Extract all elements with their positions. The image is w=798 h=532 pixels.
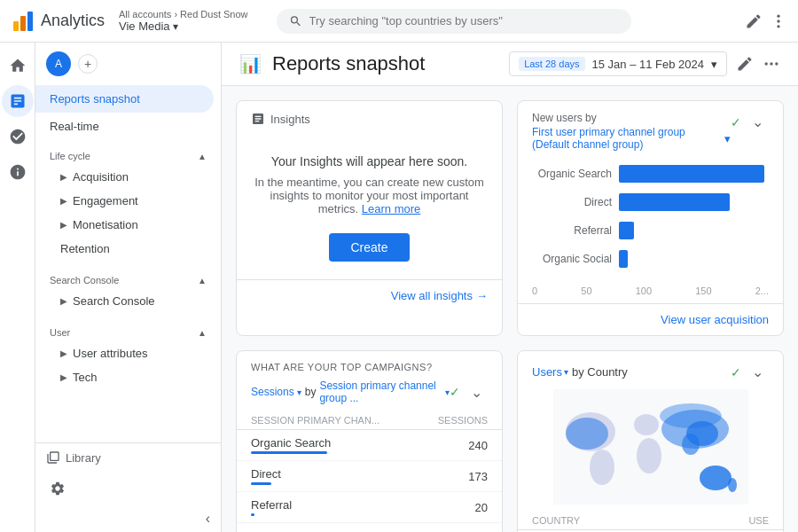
new-users-card-footer: View user acquisition xyxy=(518,303,783,335)
compare-icon[interactable] xyxy=(736,55,754,73)
sidebar-icon-panel xyxy=(0,43,35,532)
edit-icon[interactable] xyxy=(745,12,763,30)
nav-search-console[interactable]: ▶ Search Console xyxy=(35,289,221,313)
user-chevron: ▲ xyxy=(198,328,207,338)
bar-container xyxy=(619,193,769,211)
bar-row-organic-search: Organic Search xyxy=(532,165,769,183)
world-map xyxy=(553,389,748,505)
progress-bar xyxy=(251,482,271,485)
user-section-header[interactable]: User ▲ xyxy=(35,320,221,341)
search-bar[interactable] xyxy=(277,9,631,34)
analytics-logo-icon xyxy=(11,9,35,34)
nav-engagement[interactable]: ▶ Engagement xyxy=(35,189,221,213)
nav-monetisation[interactable]: ▶ Monetisation xyxy=(35,213,221,237)
bar-label: Referral xyxy=(532,224,612,237)
bar-fill xyxy=(619,165,764,183)
table-row: Referral 20 xyxy=(237,492,502,523)
nav-tech[interactable]: ▶ Tech xyxy=(35,365,221,389)
bar-fill xyxy=(619,250,628,268)
home-icon-btn[interactable] xyxy=(2,50,34,82)
realtime-label: Real-time xyxy=(50,120,99,133)
chevron-right-icon: ▶ xyxy=(60,172,67,182)
country-menu-button[interactable]: ⌄ xyxy=(747,362,769,382)
new-users-subtitle[interactable]: First user primary channel group (Defaul… xyxy=(532,126,731,151)
svg-point-5 xyxy=(777,25,779,27)
main-content: 📊 Reports snapshot Last 28 days 15 Jan –… xyxy=(222,43,798,532)
svg-rect-0 xyxy=(13,21,19,31)
sessions-chevron: ▾ xyxy=(297,387,301,397)
search-input[interactable] xyxy=(309,14,619,27)
date-range-selector[interactable]: Last 28 days 15 Jan – 11 Feb 2024 ▾ xyxy=(509,51,727,76)
settings-button[interactable] xyxy=(35,472,221,505)
users-label[interactable]: Users ▾ xyxy=(532,365,568,379)
users-by-country-card: Users ▾ by Country ✓ ⌄ xyxy=(517,350,784,532)
more-horiz-icon[interactable] xyxy=(763,55,780,73)
by-country-label: by Country xyxy=(572,365,628,379)
progress-bar xyxy=(251,451,327,454)
nav-acquisition[interactable]: ▶ Acquisition xyxy=(35,165,221,189)
library-link[interactable]: Library xyxy=(35,442,221,472)
chevron-right-icon-4: ▶ xyxy=(60,296,67,306)
nav-user-attributes[interactable]: ▶ User attributes xyxy=(35,341,221,365)
sidebar-nav: A + Reports snapshot Real-time Life cycl… xyxy=(35,43,222,532)
by-label: by xyxy=(305,386,317,398)
insights-card: Insights Your Insights will appear here … xyxy=(236,100,503,336)
view-all-insights-link[interactable]: View all insights → xyxy=(391,289,488,302)
date-badge: Last 28 days xyxy=(519,57,584,71)
nav-retention[interactable]: Retention xyxy=(35,237,221,261)
bar-row-referral: Referral xyxy=(532,222,769,239)
insights-icon xyxy=(251,112,265,126)
svg-point-11 xyxy=(590,450,614,485)
library-label: Library xyxy=(66,451,101,465)
nav-realtime[interactable]: Real-time xyxy=(35,113,214,140)
settings-icon xyxy=(50,481,66,497)
reports-snapshot-label: Reports snapshot xyxy=(50,92,140,106)
arrow-right-icon: → xyxy=(476,289,488,302)
country-col-header: COUNTRY USE xyxy=(518,512,783,530)
campaigns-menu-button[interactable]: ⌄ xyxy=(466,382,488,403)
search-console-section-label: Search Console xyxy=(50,275,119,286)
bar-label: Organic Search xyxy=(532,168,612,180)
table-row: Unassigned 10 xyxy=(237,523,502,532)
lifecycle-label: Life cycle xyxy=(50,151,90,161)
sessions-label[interactable]: Sessions ▾ xyxy=(251,386,301,398)
table-row: Direct 173 xyxy=(237,461,502,492)
chevron-down-icon: ▾ xyxy=(711,58,717,71)
app-title: Analytics xyxy=(41,12,105,30)
top-right-actions xyxy=(745,12,787,30)
bar-fill xyxy=(619,222,634,239)
app-logo: Analytics xyxy=(11,9,105,34)
top-bar: Analytics All accounts › Red Dust Snow V… xyxy=(0,0,798,43)
reports-icon-btn[interactable] xyxy=(2,85,34,117)
property-name[interactable]: Vie Media ▾ xyxy=(119,20,248,33)
progress-bar xyxy=(251,513,254,516)
campaigns-section-label: WHAT ARE YOUR TOP CAMPAIGNS? xyxy=(237,351,502,379)
learn-more-link[interactable]: Learn more xyxy=(362,202,420,215)
insights-card-header: Insights xyxy=(237,101,502,137)
insights-card-footer: View all insights → xyxy=(237,279,502,311)
search-console-section-header[interactable]: Search Console ▲ xyxy=(35,268,221,289)
explore-icon-btn[interactable] xyxy=(2,121,34,153)
chevron-right-icon-6: ▶ xyxy=(60,372,67,382)
chart-axis: 0 50 100 150 2... xyxy=(518,286,783,303)
library-icon xyxy=(46,450,60,465)
subtitle-chevron: ▾ xyxy=(724,132,731,145)
svg-point-4 xyxy=(777,20,779,22)
card-menu-button[interactable]: ⌄ xyxy=(747,112,769,132)
more-icon[interactable] xyxy=(770,12,787,30)
group-label[interactable]: Session primary channel group ... ▾ xyxy=(319,379,450,404)
lifecycle-chevron: ▲ xyxy=(198,152,207,161)
bar-container xyxy=(619,250,769,268)
svg-point-8 xyxy=(775,62,778,65)
add-property-button[interactable]: + xyxy=(78,54,98,74)
campaigns-col-header: SESSION PRIMARY CHAN... SESSIONS xyxy=(237,411,502,430)
svg-point-6 xyxy=(765,62,768,65)
collapse-sidebar[interactable]: ‹ xyxy=(35,505,221,532)
cards-row: Insights Your Insights will appear here … xyxy=(222,86,798,350)
create-button[interactable]: Create xyxy=(329,233,409,262)
lifecycle-section-header[interactable]: Life cycle ▲ xyxy=(35,144,221,165)
view-user-acquisition-link[interactable]: View user acquisition xyxy=(661,313,769,326)
nav-reports-snapshot[interactable]: Reports snapshot xyxy=(35,85,214,113)
advertising-icon-btn[interactable] xyxy=(2,156,34,188)
insights-label: Insights xyxy=(270,113,310,126)
